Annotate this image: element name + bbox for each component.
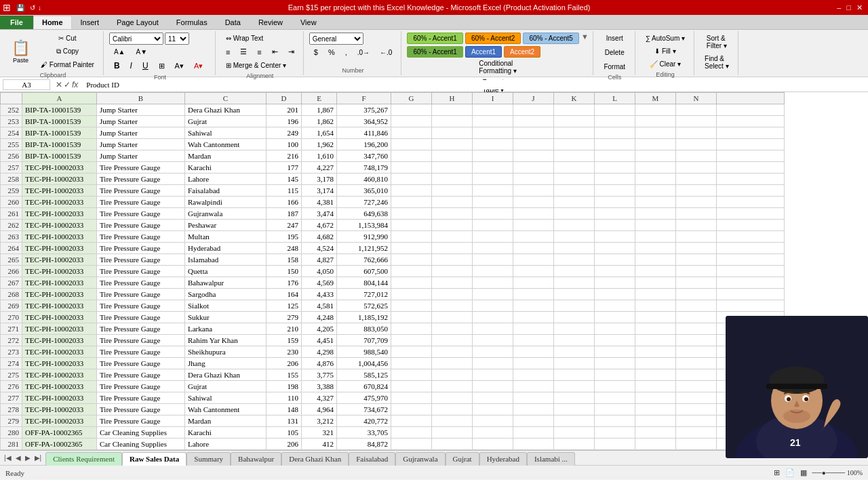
- data-cell[interactable]: [391, 231, 432, 243]
- data-cell[interactable]: [432, 150, 473, 162]
- data-cell[interactable]: 649,638: [337, 208, 391, 220]
- data-cell[interactable]: [554, 185, 595, 197]
- data-cell[interactable]: Tire Pressure Gauge: [97, 381, 185, 392]
- data-cell[interactable]: [676, 174, 717, 185]
- row-number[interactable]: 276: [1, 381, 22, 392]
- row-number[interactable]: 265: [1, 254, 22, 266]
- row-number[interactable]: 271: [1, 323, 22, 335]
- view-layout[interactable]: 📄: [785, 468, 795, 477]
- data-cell[interactable]: [635, 185, 676, 197]
- data-cell[interactable]: [554, 174, 595, 185]
- data-cell[interactable]: TEC-PH-10002033: [22, 346, 97, 358]
- data-cell[interactable]: [391, 104, 432, 116]
- data-cell[interactable]: [513, 162, 554, 174]
- data-cell[interactable]: [554, 127, 595, 139]
- data-cell[interactable]: [473, 312, 513, 323]
- sheet-tab-2[interactable]: Summary: [186, 452, 231, 466]
- data-cell[interactable]: 365,010: [337, 185, 391, 197]
- data-cell[interactable]: [595, 439, 635, 450]
- data-cell[interactable]: [635, 150, 676, 162]
- data-cell[interactable]: [391, 208, 432, 220]
- data-cell[interactable]: [595, 369, 635, 381]
- data-cell[interactable]: [635, 197, 676, 208]
- data-cell[interactable]: 110: [267, 392, 302, 404]
- data-cell[interactable]: BIP-TA-10001539: [22, 139, 97, 150]
- data-cell[interactable]: Tire Pressure Gauge: [97, 254, 185, 266]
- data-cell[interactable]: 4,524: [302, 243, 337, 254]
- data-cell[interactable]: [635, 277, 676, 289]
- data-cell[interactable]: [676, 162, 717, 174]
- fill-color-button[interactable]: A▾: [170, 59, 189, 73]
- data-cell[interactable]: [554, 139, 595, 150]
- sheet-tab-1[interactable]: Raw Sales Data: [122, 452, 186, 466]
- data-cell[interactable]: [676, 439, 717, 450]
- data-cell[interactable]: [635, 104, 676, 116]
- data-cell[interactable]: 3,775: [302, 369, 337, 381]
- data-cell[interactable]: [717, 127, 785, 139]
- data-cell[interactable]: 1,962: [302, 139, 337, 150]
- tab-view[interactable]: View: [292, 16, 326, 29]
- data-cell[interactable]: Tire Pressure Gauge: [97, 300, 185, 312]
- zoom-slider[interactable]: ──●──── 100%: [812, 469, 863, 476]
- col-header-a[interactable]: A: [22, 93, 97, 104]
- data-cell[interactable]: [635, 346, 676, 358]
- data-cell[interactable]: [635, 392, 676, 404]
- data-cell[interactable]: [432, 254, 473, 266]
- data-cell[interactable]: TEC-PH-10002033: [22, 392, 97, 404]
- data-cell[interactable]: TEC-PH-10002033: [22, 335, 97, 346]
- data-cell[interactable]: [554, 381, 595, 392]
- data-cell[interactable]: [432, 358, 473, 369]
- data-cell[interactable]: Tire Pressure Gauge: [97, 231, 185, 243]
- col-header-l[interactable]: L: [595, 93, 635, 104]
- data-cell[interactable]: [717, 289, 785, 300]
- data-cell[interactable]: [676, 127, 717, 139]
- accent2-main-button[interactable]: Accent2: [504, 46, 540, 58]
- data-cell[interactable]: [717, 104, 785, 116]
- data-cell[interactable]: [473, 243, 513, 254]
- data-cell[interactable]: 3,388: [302, 381, 337, 392]
- data-cell[interactable]: 201: [267, 104, 302, 116]
- col-header-b[interactable]: B: [97, 93, 185, 104]
- data-cell[interactable]: [635, 266, 676, 277]
- data-cell[interactable]: 4,964: [302, 404, 337, 415]
- data-cell[interactable]: [717, 174, 785, 185]
- data-cell[interactable]: Faisalabad: [185, 185, 267, 197]
- find-select-button[interactable]: Find &Select ▾: [700, 53, 734, 72]
- currency-button[interactable]: $: [309, 46, 323, 58]
- data-cell[interactable]: 196: [267, 116, 302, 127]
- data-cell[interactable]: 4,050: [302, 266, 337, 277]
- data-cell[interactable]: [635, 139, 676, 150]
- data-cell[interactable]: Lahore: [185, 174, 267, 185]
- data-cell[interactable]: Dera Ghazi Khan: [185, 104, 267, 116]
- sheet-tab-6[interactable]: Gujranwala: [395, 452, 445, 466]
- data-cell[interactable]: Tire Pressure Gauge: [97, 369, 185, 381]
- cell-reference-box[interactable]: [3, 79, 50, 90]
- col-header-f[interactable]: F: [337, 93, 391, 104]
- data-cell[interactable]: 195: [267, 231, 302, 243]
- data-cell[interactable]: 210: [267, 323, 302, 335]
- data-cell[interactable]: 1,185,192: [337, 312, 391, 323]
- row-number[interactable]: 256: [1, 150, 22, 162]
- data-cell[interactable]: 460,810: [337, 174, 391, 185]
- data-cell[interactable]: [391, 289, 432, 300]
- data-cell[interactable]: 883,050: [337, 323, 391, 335]
- data-cell[interactable]: [513, 277, 554, 289]
- data-cell[interactable]: 158: [267, 254, 302, 266]
- data-cell[interactable]: Tire Pressure Gauge: [97, 174, 185, 185]
- data-cell[interactable]: Tire Pressure Gauge: [97, 358, 185, 369]
- data-cell[interactable]: [595, 289, 635, 300]
- data-cell[interactable]: [391, 254, 432, 266]
- data-cell[interactable]: [554, 335, 595, 346]
- data-cell[interactable]: [635, 369, 676, 381]
- data-cell[interactable]: 804,144: [337, 277, 391, 289]
- data-cell[interactable]: TEC-PH-10002033: [22, 312, 97, 323]
- bold-button[interactable]: B: [109, 59, 125, 73]
- tab-insert[interactable]: Insert: [72, 16, 108, 29]
- data-cell[interactable]: Rawalpindi: [185, 197, 267, 208]
- data-cell[interactable]: [717, 162, 785, 174]
- data-cell[interactable]: 375,267: [337, 104, 391, 116]
- data-cell[interactable]: [473, 415, 513, 427]
- data-cell[interactable]: 585,125: [337, 369, 391, 381]
- data-cell[interactable]: BIP-TA-10001539: [22, 116, 97, 127]
- data-cell[interactable]: 1,004,456: [337, 358, 391, 369]
